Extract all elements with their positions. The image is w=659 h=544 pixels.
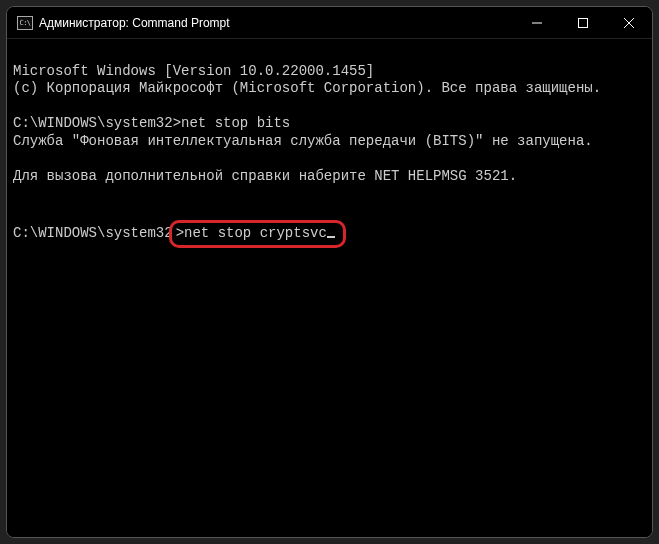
command-prompt-window: C:\ Администратор: Command Prompt Micros… bbox=[6, 6, 653, 538]
close-icon bbox=[624, 18, 634, 28]
window-title: Администратор: Command Prompt bbox=[39, 16, 230, 30]
maximize-icon bbox=[578, 18, 588, 28]
maximize-button[interactable] bbox=[560, 7, 606, 38]
window-controls bbox=[514, 7, 652, 38]
cmd-icon: C:\ bbox=[17, 16, 33, 30]
terminal-output: Microsoft Windows [Version 10.0.22000.14… bbox=[13, 63, 646, 81]
terminal-command-line: C:\WINDOWS\system32>net stop bits bbox=[13, 115, 646, 133]
terminal-command: net stop bits bbox=[181, 115, 290, 131]
close-button[interactable] bbox=[606, 7, 652, 38]
terminal-output: Служба "Фоновая интеллектуальная служба … bbox=[13, 133, 646, 151]
minimize-icon bbox=[532, 18, 542, 28]
terminal-prompt: C:\WINDOWS\system32> bbox=[13, 115, 181, 131]
titlebar[interactable]: C:\ Администратор: Command Prompt bbox=[7, 7, 652, 39]
terminal-blank bbox=[13, 98, 646, 116]
terminal-current-line: C:\WINDOWS\system32>net stop cryptsvc bbox=[13, 220, 646, 248]
cursor-icon bbox=[327, 236, 335, 238]
terminal-command-input[interactable]: >net stop cryptsvc bbox=[176, 225, 327, 241]
terminal-output: (c) Корпорация Майкрософт (Microsoft Cor… bbox=[13, 80, 646, 98]
minimize-button[interactable] bbox=[514, 7, 560, 38]
title-left: C:\ Администратор: Command Prompt bbox=[7, 16, 514, 30]
terminal-prompt: C:\WINDOWS\system32 bbox=[13, 225, 173, 241]
terminal-blank bbox=[13, 185, 646, 203]
terminal-body[interactable]: Microsoft Windows [Version 10.0.22000.14… bbox=[7, 39, 652, 537]
terminal-blank bbox=[13, 203, 646, 221]
terminal-blank bbox=[13, 150, 646, 168]
svg-rect-1 bbox=[579, 18, 588, 27]
command-highlight: >net stop cryptsvc bbox=[169, 220, 346, 248]
terminal-output: Для вызова дополнительной справки набери… bbox=[13, 168, 646, 186]
